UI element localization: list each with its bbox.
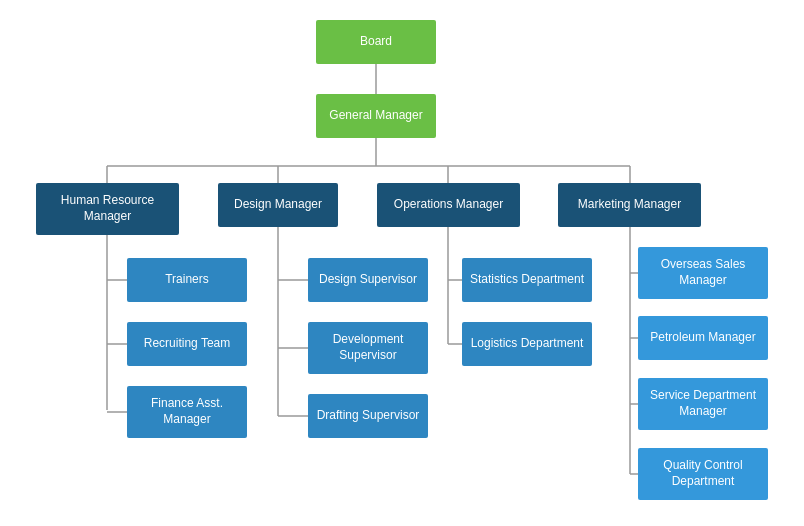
operations-manager-node: Operations Manager <box>377 183 520 227</box>
drafting-supervisor-node: Drafting Supervisor <box>308 394 428 438</box>
trainers-node: Trainers <box>127 258 247 302</box>
general-manager-node: General Manager <box>316 94 436 138</box>
overseas-sales-manager-node: Overseas Sales Manager <box>638 247 768 299</box>
service-dept-manager-node: Service Department Manager <box>638 378 768 430</box>
logistics-dept-node: Logistics Department <box>462 322 592 366</box>
marketing-manager-node: Marketing Manager <box>558 183 701 227</box>
development-supervisor-node: Development Supervisor <box>308 322 428 374</box>
board-node: Board <box>316 20 436 64</box>
recruiting-team-node: Recruiting Team <box>127 322 247 366</box>
org-chart: Board General Manager Human Resource Man… <box>0 0 804 526</box>
design-manager-node: Design Manager <box>218 183 338 227</box>
petroleum-manager-node: Petroleum Manager <box>638 316 768 360</box>
finance-asst-manager-node: Finance Asst. Manager <box>127 386 247 438</box>
hr-manager-node: Human Resource Manager <box>36 183 179 235</box>
statistics-dept-node: Statistics Department <box>462 258 592 302</box>
design-supervisor-node: Design Supervisor <box>308 258 428 302</box>
quality-control-dept-node: Quality Control Department <box>638 448 768 500</box>
